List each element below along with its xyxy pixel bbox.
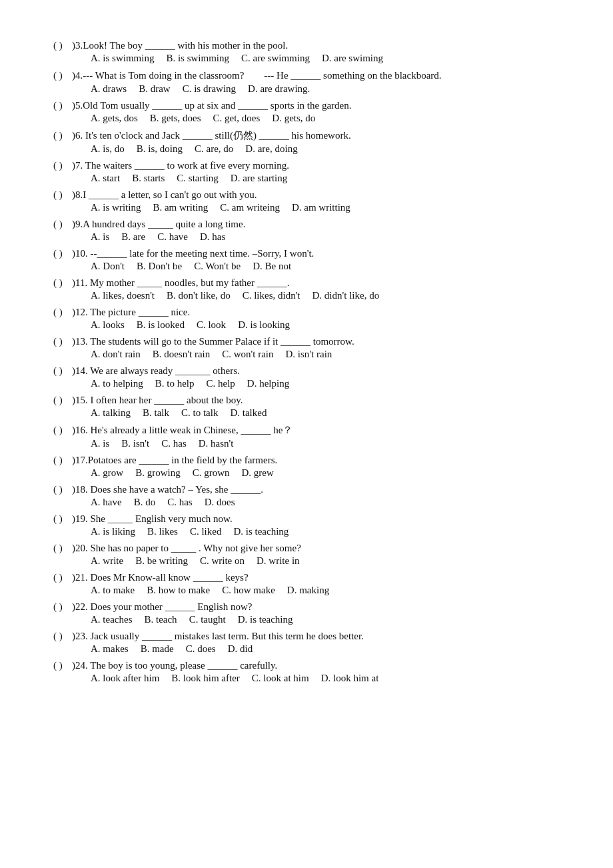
options-line: A. teachesB. teachC. taughtD. is teachin… — [53, 614, 560, 625]
option-b: B. growing — [135, 467, 181, 479]
option-a: A. makes — [91, 643, 129, 655]
option-a: A. is liking — [91, 526, 135, 537]
answer-paren: ( ) — [53, 455, 72, 466]
option-a: A. teaches — [91, 614, 132, 625]
options-line: A. drawsB. drawC. is drawingD. are drawi… — [53, 83, 560, 95]
option-d: D. helping — [247, 378, 289, 389]
question-block: ( ))16. He's already a little weak in Ch… — [53, 424, 560, 449]
question-text: )18. Does she have a watch? – Yes, she _… — [72, 484, 560, 495]
options-line: A. look after himB. look him afterC. loo… — [53, 673, 560, 684]
option-d: D. has — [200, 231, 225, 243]
options-line: A. growB. growingC. grownD. grew — [53, 467, 560, 479]
option-a: A. Don't — [91, 261, 125, 272]
options-line: A. to helpingB. to helpC. helpD. helping — [53, 378, 560, 389]
options-line: A. Don'tB. Don't beC. Won't beD. Be not — [53, 261, 560, 272]
option-c: C. how make — [222, 585, 275, 596]
question-line: ( ))7. The waiters ______ to work at fiv… — [53, 160, 560, 171]
question-block: ( ))23. Jack usually ______ mistakes las… — [53, 631, 560, 655]
option-c: C. grown — [193, 467, 230, 479]
option-b: B. teach — [144, 614, 177, 625]
question-block: ( ))17.Potatoes are ______ in the field … — [53, 455, 560, 479]
answer-paren: ( ) — [53, 160, 72, 171]
option-d: D. gets, do — [272, 113, 315, 124]
answer-paren: ( ) — [53, 248, 72, 259]
option-b: B. is, doing — [137, 143, 183, 155]
options-line: A. to makeB. how to makeC. how makeD. ma… — [53, 585, 560, 596]
question-line: ( ))16. He's already a little weak in Ch… — [53, 424, 560, 437]
option-d: D. Be not — [253, 261, 291, 272]
option-c: C. starting — [177, 173, 219, 184]
question-text: )16. He's already a little weak in Chine… — [72, 424, 560, 437]
option-d: D. hasn't — [199, 438, 234, 449]
question-text: )19. She _____ English very much now. — [72, 513, 560, 525]
question-block: ( ))14. We are always ready _______ othe… — [53, 365, 560, 389]
option-d: D. are starting — [231, 173, 287, 184]
option-b: B. look him after — [171, 673, 239, 684]
question-text: )12. The picture ______ nice. — [72, 307, 560, 318]
option-c: C. is drawing — [183, 83, 236, 95]
question-text: )10. --______ late for the meeting next … — [72, 248, 560, 259]
option-b: B. made — [141, 643, 174, 655]
question-text: )6. It's ten o'clock and Jack ______ sti… — [72, 129, 560, 142]
answer-paren: ( ) — [53, 425, 72, 436]
option-a: A. is — [91, 231, 109, 243]
option-c: C. look at him — [252, 673, 309, 684]
question-line: ( ))14. We are always ready _______ othe… — [53, 365, 560, 377]
options-line: A. isB. areC. haveD. has — [53, 231, 560, 243]
option-a: A. draws — [91, 83, 127, 95]
question-block: ( ))7. The waiters ______ to work at fiv… — [53, 160, 560, 184]
options-line: A. is swimmingB. is swimmingC. are swimm… — [53, 53, 560, 64]
option-c: C. to talk — [181, 407, 218, 419]
question-block: ( ))4.--- What is Tom doing in the class… — [53, 69, 560, 95]
option-d: D. making — [287, 585, 329, 596]
question-line: ( ))13. The students will go to the Summ… — [53, 336, 560, 347]
question-line: ( ))20. She has no paper to _____ . Why … — [53, 543, 560, 554]
options-line: A. is likingB. likesC. likedD. is teachi… — [53, 526, 560, 537]
options-line: A. makesB. madeC. doesD. did — [53, 643, 560, 655]
option-b: B. am writing — [153, 202, 208, 213]
answer-paren: ( ) — [53, 100, 72, 111]
answer-paren: ( ) — [53, 601, 72, 613]
question-block: ( ))18. Does she have a watch? – Yes, sh… — [53, 484, 560, 508]
question-line: ( ))5.Old Tom usually ______ up at six a… — [53, 100, 560, 111]
question-line: ( ))9.A hundred days _____ quite a long … — [53, 219, 560, 230]
questions-container: ( ))3.Look! The boy ______ with his moth… — [53, 40, 560, 684]
option-a: A. likes, doesn't — [91, 290, 155, 301]
question-line: ( ))18. Does she have a watch? – Yes, sh… — [53, 484, 560, 495]
options-line: A. haveB. doC. hasD. does — [53, 497, 560, 508]
question-line: ( ))4.--- What is Tom doing in the class… — [53, 69, 560, 82]
question-text: )4.--- What is Tom doing in the classroo… — [72, 69, 560, 82]
question-block: ( ))10. --______ late for the meeting ne… — [53, 248, 560, 272]
option-b: B. starts — [132, 173, 165, 184]
option-d: D. grew — [242, 467, 274, 479]
option-b: B. to help — [155, 378, 195, 389]
options-line: A. startB. startsC. startingD. are start… — [53, 173, 560, 184]
answer-paren: ( ) — [53, 70, 72, 81]
option-d: D. isn't rain — [286, 349, 332, 360]
options-line: A. talkingB. talkC. to talkD. talked — [53, 407, 560, 419]
options-line: A. isB. isn'tC. hasD. hasn't — [53, 438, 560, 449]
question-block: ( ))19. She _____ English very much now.… — [53, 513, 560, 537]
options-line: A. is writingB. am writingC. am writeing… — [53, 202, 560, 213]
question-text: )17.Potatoes are ______ in the field by … — [72, 455, 560, 466]
question-block: ( ))15. I often hear her ______ about th… — [53, 395, 560, 419]
option-a: A. is, do — [91, 143, 125, 155]
option-a: A. to helping — [91, 378, 143, 389]
option-c: C. get, does — [213, 113, 261, 124]
question-line: ( ))10. --______ late for the meeting ne… — [53, 248, 560, 259]
option-d: D. are, doing — [245, 143, 297, 155]
option-b: B. do — [134, 497, 156, 508]
option-a: A. start — [91, 173, 120, 184]
question-block: ( ))9.A hundred days _____ quite a long … — [53, 219, 560, 243]
question-text: )11. My mother _____ noodles, but my fat… — [72, 277, 560, 289]
option-d: D. are drawing. — [248, 83, 310, 95]
answer-paren: ( ) — [53, 40, 72, 51]
question-line: ( ))22. Does your mother ______ English … — [53, 601, 560, 613]
answer-paren: ( ) — [53, 543, 72, 554]
option-c: C. taught — [189, 614, 226, 625]
question-block: ( ))8.I ______ a letter, so I can't go o… — [53, 189, 560, 213]
option-c: C. has — [167, 497, 193, 508]
option-c: C. liked — [190, 526, 222, 537]
option-c: C. Won't be — [194, 261, 241, 272]
answer-paren: ( ) — [53, 307, 72, 318]
